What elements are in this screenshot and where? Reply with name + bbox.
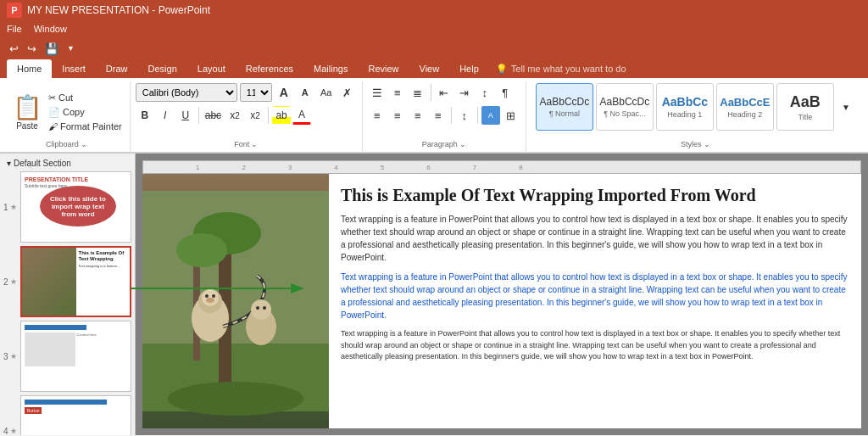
clipboard-small-buttons: ✂ Cut 📄 Copy 🖌 Format Painter	[46, 92, 125, 132]
align-left-button[interactable]: ≡	[368, 106, 387, 125]
tab-home[interactable]: Home	[7, 59, 52, 78]
paragraph-row2: ≡ ≡ ≡ ≡ ↕ A ⊞	[368, 106, 520, 125]
slide-thumbnail-2[interactable]: This is Example Of Text Wrapping Text wr…	[20, 246, 131, 317]
tab-insert[interactable]: Insert	[52, 59, 96, 78]
cut-button[interactable]: ✂ Cut	[46, 92, 125, 104]
tab-mailings[interactable]: Mailings	[303, 59, 358, 78]
style-title-preview: AaB	[790, 93, 821, 111]
format-painter-icon: 🖌	[48, 121, 58, 131]
sort-button[interactable]: ↕	[476, 83, 494, 102]
style-heading2[interactable]: AaBbCcE Heading 2	[716, 83, 774, 131]
clipboard-label: Clipboard ⌄	[46, 140, 87, 150]
font-family-select[interactable]: Calibri (Body)	[136, 83, 237, 102]
style-title[interactable]: AaB Title	[776, 83, 834, 131]
slide-thumb-wrapper-2: 2 ★ This is Example Of Text Wrapping Tex…	[3, 244, 131, 319]
border-button[interactable]: ⊞	[502, 106, 520, 125]
slide-thumb-wrapper-4: 4 ★ Button	[3, 394, 131, 435]
paste-button[interactable]: 📋 Paste	[8, 87, 46, 137]
svg-point-15	[256, 306, 259, 310]
justify-button[interactable]: ≡	[429, 106, 448, 125]
italic-button[interactable]: I	[156, 106, 175, 125]
cut-icon: ✂	[48, 92, 56, 103]
copy-button[interactable]: 📄 Copy	[46, 106, 125, 119]
font-color-button[interactable]: A	[292, 106, 311, 125]
slide-panel: ▾ Default Section 1 ★ PRESENTATION TITLE…	[0, 154, 136, 435]
main-area: ▾ Default Section 1 ★ PRESENTATION TITLE…	[0, 154, 868, 435]
superscript-button[interactable]: x2	[246, 106, 264, 125]
section-header[interactable]: ▾ Default Section	[3, 157, 131, 170]
strikethrough-button[interactable]: abc	[203, 106, 224, 125]
tab-draw[interactable]: Draw	[96, 59, 138, 78]
styles-label: Styles ⌄	[681, 140, 710, 150]
slide-num-4: 4	[3, 427, 8, 436]
menu-file[interactable]: File	[7, 24, 22, 34]
subscript-button[interactable]: x2	[225, 106, 244, 125]
slide-thumbnail-3[interactable]: Content here	[20, 321, 131, 392]
multilevel-list-button[interactable]: ≣	[409, 83, 427, 102]
slide-star-1: ★	[10, 203, 17, 211]
tab-layout[interactable]: Layout	[187, 59, 236, 78]
line-spacing-button[interactable]: ↕	[455, 106, 474, 125]
numbering-button[interactable]: ≡	[388, 83, 407, 102]
slide-paragraph-2: Text wrapping is a feature in PowerPoint…	[341, 271, 849, 321]
format-painter-button[interactable]: 🖌 Format Painter	[46, 120, 125, 132]
slide-text-area: This is Example Of Text Wrapping Importe…	[329, 174, 861, 428]
section-expand-icon: ▾	[7, 159, 11, 168]
menu-window[interactable]: Window	[34, 24, 67, 34]
align-right-button[interactable]: ≡	[409, 106, 427, 125]
tab-view[interactable]: View	[409, 59, 450, 78]
svg-point-6	[176, 233, 227, 267]
bold-button[interactable]: B	[136, 106, 154, 125]
slide-star-3: ★	[10, 352, 17, 361]
annotation-bubble: Click this slide to import wrap text fro…	[40, 186, 116, 226]
styles-expand-icon[interactable]: ⌄	[704, 140, 710, 148]
clear-format-button[interactable]: ✗	[338, 83, 357, 102]
styles-expand-button[interactable]: ▼	[837, 98, 855, 116]
style-heading1[interactable]: AaBbCc Heading 1	[656, 83, 714, 131]
slide3-content: Content here	[21, 321, 131, 370]
undo-button[interactable]: ↩	[7, 41, 21, 57]
slide-thumbnail-4[interactable]: Button	[20, 395, 131, 435]
ribbon: Home Insert Draw Design Layout Reference…	[0, 59, 868, 154]
highlight-button[interactable]: ab	[272, 106, 291, 125]
slide-thumb-wrapper-1: 1 ★ PRESENTATION TITLE Subtitle text goe…	[3, 170, 131, 244]
tell-me-input[interactable]: Tell me what you want to do	[511, 64, 626, 74]
font-shrink-button[interactable]: A	[296, 83, 314, 102]
font-group: Calibri (Body) 11 A A Aa ✗ B I U abc	[131, 81, 363, 152]
save-button[interactable]: 💾	[42, 41, 61, 57]
tab-help[interactable]: Help	[449, 59, 489, 78]
slide2-preview: This is Example Of Text Wrapping Text wr…	[22, 248, 130, 316]
slide-thumbnail-1[interactable]: PRESENTATION TITLE Subtitle text goes he…	[20, 171, 131, 243]
menu-bar: File Window	[0, 20, 868, 37]
show-marks-button[interactable]: ¶	[496, 83, 515, 102]
underline-button[interactable]: U	[176, 106, 195, 125]
style-normal[interactable]: AaBbCcDc ¶ Normal	[536, 83, 593, 131]
clipboard-expand-icon[interactable]: ⌄	[81, 140, 87, 148]
tab-references[interactable]: References	[236, 59, 303, 78]
ribbon-content: 📋 Paste ✂ Cut 📄 Copy 🖌 Format Painter	[0, 78, 868, 153]
styles-group: AaBbCcDc ¶ Normal AaBbCcDc ¶ No Spac... …	[526, 81, 865, 152]
align-center-button[interactable]: ≡	[388, 106, 407, 125]
tab-review[interactable]: Review	[358, 59, 409, 78]
tab-design[interactable]: Design	[138, 59, 187, 78]
svg-point-14	[251, 299, 271, 320]
svg-point-12	[206, 298, 214, 303]
paragraph-expand-icon[interactable]: ⌄	[459, 140, 466, 148]
decrease-indent-button[interactable]: ⇤	[435, 83, 453, 102]
slide-heading: This is Example Of Text Wrapping Importe…	[341, 184, 849, 206]
change-case-button[interactable]: Aa	[317, 83, 336, 102]
paragraph-row1: ☰ ≡ ≣ ⇤ ⇥ ↕ ¶	[368, 83, 520, 102]
font-size-select[interactable]: 11	[240, 83, 272, 102]
shading-button[interactable]: A	[481, 106, 500, 125]
svg-point-16	[263, 306, 266, 310]
slide-image-area	[142, 174, 329, 428]
font-grow-button[interactable]: A	[275, 83, 293, 102]
style-no-spacing[interactable]: AaBbCcDc ¶ No Spac...	[596, 83, 654, 131]
font-expand-icon[interactable]: ⌄	[251, 140, 258, 148]
redo-button[interactable]: ↪	[25, 41, 39, 57]
increase-indent-button[interactable]: ⇥	[455, 83, 474, 102]
tell-me-icon: 💡	[496, 64, 508, 75]
clipboard-group: 📋 Paste ✂ Cut 📄 Copy 🖌 Format Painter	[3, 81, 131, 152]
bullets-button[interactable]: ☰	[368, 83, 387, 102]
customize-button[interactable]: ▼	[64, 42, 77, 54]
